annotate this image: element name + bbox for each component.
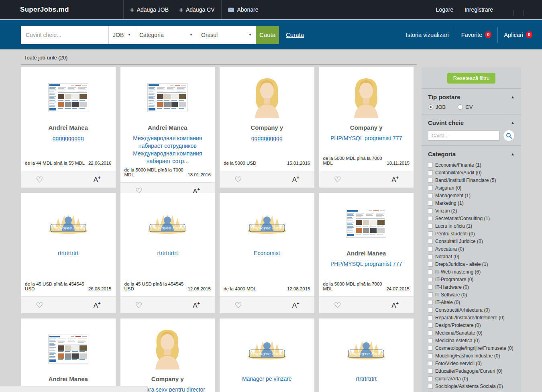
job-card[interactable]: Employee Portal Company y PHP/MYSQL prog… [319, 67, 414, 188]
favorite-heart-icon[interactable]: ♡ [334, 301, 341, 309]
job-card[interactable]: Employee Portal rtrtrtrtrtrt de la 45 US… [21, 193, 116, 313]
checkbox-icon[interactable] [428, 163, 433, 167]
category-filter-item[interactable]: IT-Altele (0) [428, 298, 515, 306]
checkbox-icon[interactable] [428, 338, 433, 343]
category-filter-item[interactable]: Medicina estetica (0) [428, 337, 515, 344]
category-filter-item[interactable]: Vinzari (2) [428, 207, 515, 214]
category-filter-item[interactable]: IT-Web-mastering (6) [428, 268, 515, 276]
add-job-button[interactable]: + Adauga JOB [130, 6, 169, 13]
applications-link[interactable]: Aplicari 0 [504, 31, 532, 38]
checkbox-icon[interactable] [428, 308, 433, 312]
checkbox-icon[interactable] [428, 224, 433, 229]
apply-icon[interactable]: A+ [193, 301, 200, 309]
card-title-link[interactable]: rtrtrtrtrtrt [21, 249, 116, 257]
checkbox-icon[interactable] [428, 186, 433, 190]
category-filter-item[interactable]: Design/Proiectare (0) [428, 321, 515, 329]
add-cv-button[interactable]: + Adauga CV [179, 6, 215, 13]
card-title-link[interactable]: PHP/MYSQL programist 777 [319, 260, 414, 268]
job-card[interactable]: Employee Portal Andrei Manea gggggggggg … [21, 67, 116, 188]
category-filter-item[interactable]: Sociologie/Asistenta Sociala (0) [428, 382, 515, 390]
category-filter-item[interactable]: Reparatii/Instalare/Intretinere (0) [428, 314, 515, 321]
checkbox-icon[interactable] [428, 285, 433, 290]
category-filter-item[interactable]: Modeling/Fashion industrie (0) [428, 352, 515, 359]
category-filter-item[interactable]: Educatie/Pedagogie/Cursuri (0) [428, 367, 515, 375]
favorite-heart-icon[interactable]: ♡ [334, 176, 341, 184]
post-type-radio-option[interactable]: JOB [428, 104, 446, 110]
card-title-link[interactable]: gggggggggg [220, 135, 314, 142]
keyword-search-input[interactable] [21, 26, 108, 44]
category-filter-item[interactable]: Economie/Finante (1) [428, 161, 515, 169]
apply-icon[interactable]: A+ [292, 301, 300, 309]
sidebar-keyword-input[interactable] [428, 131, 499, 141]
checkbox-icon[interactable] [428, 361, 433, 366]
favorite-heart-icon[interactable]: ♡ [234, 301, 242, 309]
checkbox-icon[interactable] [428, 239, 433, 244]
category-filter-item[interactable]: Constructii/Arhitectura (0) [428, 306, 515, 314]
card-title-link[interactable]: PHP/MYSQL programist 777 [319, 135, 414, 142]
category-filter-item[interactable]: Avocatura (0) [428, 245, 515, 253]
category-filter-item[interactable]: Banci/Institutii Financiare (5) [428, 176, 515, 184]
favorites-link[interactable]: Favorite 0 [461, 31, 492, 38]
job-card[interactable]: Employee Portal Economist de la 4000 MDL… [220, 193, 314, 313]
checkbox-icon[interactable] [428, 247, 433, 251]
keyword-section-header[interactable]: Cuvint cheie ▲ [428, 119, 515, 126]
collapse-arrow-icon[interactable]: ▲ [511, 95, 515, 99]
favorite-heart-icon[interactable]: ♡ [234, 176, 242, 184]
card-title-link[interactable]: Manager pe vinzare [220, 375, 314, 383]
category-filter-item[interactable]: IT-Hardware (0) [428, 283, 515, 291]
apply-icon[interactable]: A+ [292, 176, 300, 183]
checkbox-icon[interactable] [428, 170, 433, 175]
checkbox-icon[interactable] [428, 277, 433, 282]
card-title-link[interactable]: gggggggggg [21, 135, 116, 142]
checkbox-icon[interactable] [428, 376, 433, 381]
checkbox-icon[interactable] [428, 323, 433, 328]
favorite-heart-icon[interactable]: ♡ [36, 176, 43, 184]
card-title-link[interactable]: rtrtrtrtrtrt [120, 249, 215, 257]
job-card[interactable]: Employee Portal Company y Secretara sexy… [120, 318, 215, 392]
checkbox-icon[interactable] [428, 300, 433, 305]
checkbox-icon[interactable] [428, 353, 433, 358]
category-filter-item[interactable]: Marketing (1) [428, 199, 515, 207]
checkbox-icon[interactable] [428, 369, 433, 374]
checkbox-icon[interactable] [428, 208, 433, 213]
job-card[interactable]: Employee Portal Manager pe vinzare ♡ A+ [220, 318, 314, 392]
checkbox-icon[interactable] [428, 231, 433, 236]
post-type-section-header[interactable]: Tip postare ▲ [428, 94, 515, 100]
post-type-select[interactable]: JOB ▼ [108, 26, 135, 44]
favorite-heart-icon[interactable]: ♡ [135, 301, 143, 309]
apply-icon[interactable]: A+ [94, 176, 101, 183]
job-card[interactable]: Employee Portal Company y gggggggggg de … [220, 67, 314, 188]
checkbox-icon[interactable] [428, 193, 433, 198]
category-filter-item[interactable]: Psihologie (0) [428, 390, 515, 392]
checkbox-icon[interactable] [428, 254, 433, 259]
category-filter-item[interactable]: Pentru studenti (0) [428, 230, 515, 237]
category-filter-item[interactable]: Asigurari (0) [428, 184, 515, 192]
category-filter-item[interactable]: Cultura/Arta (0) [428, 375, 515, 382]
category-filter-item[interactable]: Secretariat/Consulting (1) [428, 214, 515, 222]
job-card[interactable]: Employee Portal Andrei Manea Международн… [120, 67, 215, 188]
checkbox-icon[interactable] [428, 270, 433, 274]
job-card[interactable]: Employee Portal Andrei Manea PHP/MYSQL p… [319, 193, 414, 313]
card-title-link[interactable]: Economist [220, 249, 314, 257]
sidebar-search-button[interactable] [503, 130, 515, 141]
favorite-heart-icon[interactable]: ♡ [36, 301, 43, 309]
checkbox-icon[interactable] [428, 384, 433, 389]
job-card[interactable]: Employee Portal rtrtrtrtrtrt ♡ A+ [319, 318, 414, 392]
checkbox-icon[interactable] [428, 262, 433, 267]
card-title-link[interactable]: rtrtrtrtrtrt [319, 375, 414, 383]
apply-icon[interactable]: A+ [391, 301, 399, 309]
category-filter-item[interactable]: IT-Software (0) [428, 291, 515, 298]
post-type-radio-option[interactable]: CV [458, 104, 473, 110]
collapse-arrow-icon[interactable]: ▲ [511, 152, 515, 156]
checkbox-icon[interactable] [428, 201, 433, 206]
category-filter-item[interactable]: Contabilitate/Audit (0) [428, 169, 515, 176]
checkbox-icon[interactable] [428, 331, 433, 335]
apply-icon[interactable]: A+ [391, 176, 399, 183]
search-button[interactable]: Cauta [256, 26, 279, 44]
category-select[interactable]: Categoria ▼ [135, 26, 197, 44]
card-title-link[interactable]: Международная компания набирает сотрудни… [120, 135, 215, 165]
category-filter-item[interactable]: Medicina/Sanatate (0) [428, 329, 515, 337]
category-section-header[interactable]: Categoria ▲ [428, 151, 515, 157]
category-filter-item[interactable]: Drept/Juridica - altele (1) [428, 260, 515, 268]
radio-icon[interactable] [458, 104, 463, 110]
